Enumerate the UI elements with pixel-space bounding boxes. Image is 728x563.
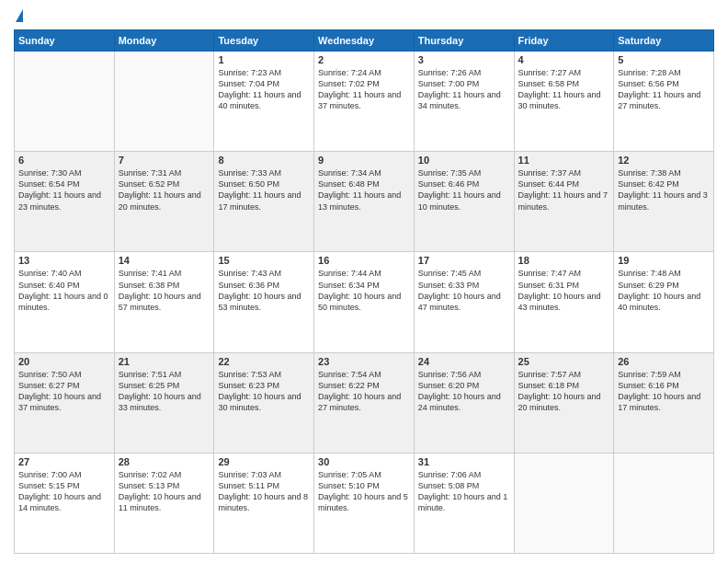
- weekday-header: Friday: [514, 30, 614, 52]
- calendar-cell: 11Sunrise: 7:37 AM Sunset: 6:44 PM Dayli…: [514, 152, 614, 252]
- weekday-header: Monday: [114, 30, 214, 52]
- calendar-cell: 20Sunrise: 7:50 AM Sunset: 6:27 PM Dayli…: [15, 352, 115, 453]
- calendar-cell: 4Sunrise: 7:27 AM Sunset: 6:58 PM Daylig…: [514, 52, 614, 152]
- calendar-cell: 28Sunrise: 7:02 AM Sunset: 5:13 PM Dayli…: [114, 453, 214, 553]
- day-number: 4: [518, 54, 610, 65]
- calendar-cell: 12Sunrise: 7:38 AM Sunset: 6:42 PM Dayli…: [614, 152, 714, 252]
- calendar-header-row: SundayMondayTuesdayWednesdayThursdayFrid…: [15, 30, 714, 52]
- page: SundayMondayTuesdayWednesdayThursdayFrid…: [0, 0, 728, 563]
- day-number: 27: [18, 456, 110, 467]
- day-info: Sunrise: 7:27 AM Sunset: 6:58 PM Dayligh…: [518, 67, 610, 112]
- weekday-header: Thursday: [414, 30, 514, 52]
- day-number: 26: [618, 356, 710, 367]
- day-number: 16: [318, 255, 410, 266]
- calendar-cell: 22Sunrise: 7:53 AM Sunset: 6:23 PM Dayli…: [214, 352, 314, 453]
- day-number: 24: [418, 356, 510, 367]
- day-number: 15: [218, 255, 310, 266]
- calendar-cell: 21Sunrise: 7:51 AM Sunset: 6:25 PM Dayli…: [114, 352, 214, 453]
- day-info: Sunrise: 7:44 AM Sunset: 6:34 PM Dayligh…: [318, 268, 410, 313]
- day-number: 11: [518, 155, 610, 166]
- calendar-cell: 5Sunrise: 7:28 AM Sunset: 6:56 PM Daylig…: [614, 52, 714, 152]
- calendar-cell: 29Sunrise: 7:03 AM Sunset: 5:11 PM Dayli…: [214, 453, 314, 553]
- weekday-header: Sunday: [15, 30, 115, 52]
- calendar-cell: 24Sunrise: 7:56 AM Sunset: 6:20 PM Dayli…: [414, 352, 514, 453]
- day-info: Sunrise: 7:02 AM Sunset: 5:13 PM Dayligh…: [119, 469, 210, 514]
- day-info: Sunrise: 7:40 AM Sunset: 6:40 PM Dayligh…: [18, 268, 110, 313]
- day-number: 3: [418, 54, 510, 65]
- day-info: Sunrise: 7:37 AM Sunset: 6:44 PM Dayligh…: [518, 167, 610, 213]
- day-info: Sunrise: 7:41 AM Sunset: 6:38 PM Dayligh…: [119, 268, 210, 313]
- calendar-cell: 26Sunrise: 7:59 AM Sunset: 6:16 PM Dayli…: [614, 352, 714, 453]
- calendar-cell: 14Sunrise: 7:41 AM Sunset: 6:38 PM Dayli…: [114, 252, 214, 352]
- day-number: 25: [518, 356, 610, 367]
- weekday-header: Saturday: [614, 30, 714, 52]
- calendar-week-row: 13Sunrise: 7:40 AM Sunset: 6:40 PM Dayli…: [15, 252, 714, 352]
- day-number: 5: [618, 54, 710, 65]
- calendar-cell: 9Sunrise: 7:34 AM Sunset: 6:48 PM Daylig…: [314, 152, 415, 252]
- day-info: Sunrise: 7:23 AM Sunset: 7:04 PM Dayligh…: [218, 67, 310, 112]
- day-number: 17: [418, 255, 510, 266]
- logo: [14, 9, 23, 22]
- day-info: Sunrise: 7:30 AM Sunset: 6:54 PM Dayligh…: [18, 167, 110, 213]
- calendar-week-row: 1Sunrise: 7:23 AM Sunset: 7:04 PM Daylig…: [15, 52, 714, 152]
- day-info: Sunrise: 7:06 AM Sunset: 5:08 PM Dayligh…: [418, 469, 510, 514]
- calendar-table: SundayMondayTuesdayWednesdayThursdayFrid…: [14, 29, 714, 554]
- calendar-cell: 27Sunrise: 7:00 AM Sunset: 5:15 PM Dayli…: [15, 453, 115, 553]
- day-number: 8: [218, 155, 310, 166]
- calendar-cell: 16Sunrise: 7:44 AM Sunset: 6:34 PM Dayli…: [314, 252, 415, 352]
- day-info: Sunrise: 7:57 AM Sunset: 6:18 PM Dayligh…: [518, 369, 610, 414]
- day-number: 14: [119, 255, 210, 266]
- logo-triangle-icon: [16, 9, 23, 22]
- day-info: Sunrise: 7:28 AM Sunset: 6:56 PM Dayligh…: [618, 67, 710, 112]
- day-number: 18: [518, 255, 610, 266]
- calendar-cell: 19Sunrise: 7:48 AM Sunset: 6:29 PM Dayli…: [614, 252, 714, 352]
- calendar-cell: 8Sunrise: 7:33 AM Sunset: 6:50 PM Daylig…: [214, 152, 314, 252]
- calendar-week-row: 27Sunrise: 7:00 AM Sunset: 5:15 PM Dayli…: [15, 453, 714, 553]
- day-info: Sunrise: 7:56 AM Sunset: 6:20 PM Dayligh…: [418, 369, 510, 414]
- day-info: Sunrise: 7:45 AM Sunset: 6:33 PM Dayligh…: [418, 268, 510, 313]
- weekday-header: Wednesday: [314, 30, 415, 52]
- calendar-cell: 31Sunrise: 7:06 AM Sunset: 5:08 PM Dayli…: [414, 453, 514, 553]
- day-info: Sunrise: 7:54 AM Sunset: 6:22 PM Dayligh…: [318, 369, 410, 414]
- calendar-cell: [114, 52, 214, 152]
- calendar-cell: 2Sunrise: 7:24 AM Sunset: 7:02 PM Daylig…: [314, 52, 415, 152]
- day-info: Sunrise: 7:26 AM Sunset: 7:00 PM Dayligh…: [418, 67, 510, 112]
- calendar-cell: 1Sunrise: 7:23 AM Sunset: 7:04 PM Daylig…: [214, 52, 314, 152]
- day-number: 21: [119, 356, 210, 367]
- day-number: 23: [318, 356, 410, 367]
- day-info: Sunrise: 7:51 AM Sunset: 6:25 PM Dayligh…: [119, 369, 210, 414]
- calendar-cell: 15Sunrise: 7:43 AM Sunset: 6:36 PM Dayli…: [214, 252, 314, 352]
- calendar-cell: 18Sunrise: 7:47 AM Sunset: 6:31 PM Dayli…: [514, 252, 614, 352]
- day-number: 2: [318, 54, 410, 65]
- day-number: 31: [418, 456, 510, 467]
- day-info: Sunrise: 7:48 AM Sunset: 6:29 PM Dayligh…: [618, 268, 710, 313]
- calendar-cell: 17Sunrise: 7:45 AM Sunset: 6:33 PM Dayli…: [414, 252, 514, 352]
- day-info: Sunrise: 7:31 AM Sunset: 6:52 PM Dayligh…: [119, 167, 210, 213]
- day-info: Sunrise: 7:03 AM Sunset: 5:11 PM Dayligh…: [218, 469, 310, 514]
- day-number: 28: [119, 456, 210, 467]
- calendar-cell: 7Sunrise: 7:31 AM Sunset: 6:52 PM Daylig…: [114, 152, 214, 252]
- day-info: Sunrise: 7:47 AM Sunset: 6:31 PM Dayligh…: [518, 268, 610, 313]
- calendar-cell: 10Sunrise: 7:35 AM Sunset: 6:46 PM Dayli…: [414, 152, 514, 252]
- day-number: 10: [418, 155, 510, 166]
- calendar-cell: 23Sunrise: 7:54 AM Sunset: 6:22 PM Dayli…: [314, 352, 415, 453]
- day-number: 20: [18, 356, 110, 367]
- day-number: 13: [18, 255, 110, 266]
- calendar-cell: 30Sunrise: 7:05 AM Sunset: 5:10 PM Dayli…: [314, 453, 415, 553]
- day-number: 6: [18, 155, 110, 166]
- calendar-cell: 25Sunrise: 7:57 AM Sunset: 6:18 PM Dayli…: [514, 352, 614, 453]
- day-info: Sunrise: 7:43 AM Sunset: 6:36 PM Dayligh…: [218, 268, 310, 313]
- day-info: Sunrise: 7:33 AM Sunset: 6:50 PM Dayligh…: [218, 167, 310, 213]
- calendar-week-row: 20Sunrise: 7:50 AM Sunset: 6:27 PM Dayli…: [15, 352, 714, 453]
- calendar-cell: [514, 453, 614, 553]
- day-number: 30: [318, 456, 410, 467]
- day-info: Sunrise: 7:38 AM Sunset: 6:42 PM Dayligh…: [618, 167, 710, 213]
- day-info: Sunrise: 7:50 AM Sunset: 6:27 PM Dayligh…: [18, 369, 110, 414]
- header: [14, 9, 714, 22]
- day-info: Sunrise: 7:00 AM Sunset: 5:15 PM Dayligh…: [18, 469, 110, 514]
- calendar-cell: [15, 52, 115, 152]
- day-number: 9: [318, 155, 410, 166]
- day-info: Sunrise: 7:34 AM Sunset: 6:48 PM Dayligh…: [318, 167, 410, 213]
- day-number: 22: [218, 356, 310, 367]
- day-number: 1: [218, 54, 310, 65]
